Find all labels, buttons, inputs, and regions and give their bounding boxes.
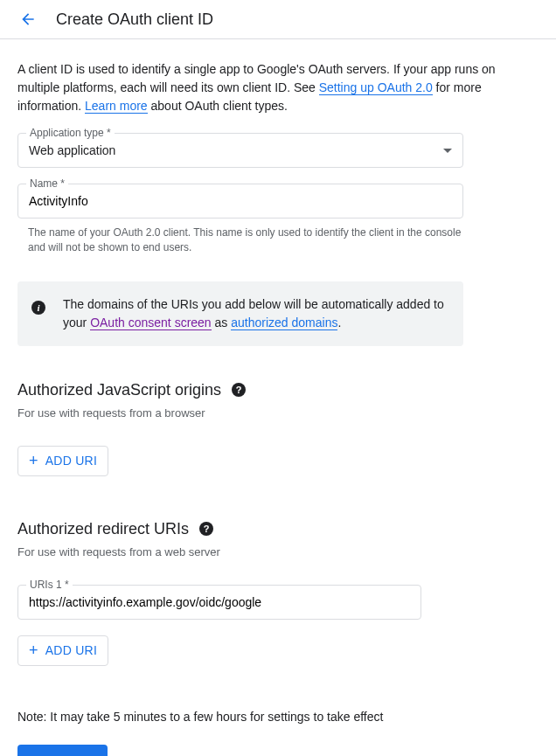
redirect-uris-title: Authorized redirect URIs <box>17 520 189 538</box>
add-uri-label: ADD URI <box>45 454 97 468</box>
setup-oauth-link[interactable]: Setting up OAuth 2.0 <box>319 80 433 95</box>
uri-1-input[interactable] <box>17 585 421 620</box>
oauth-consent-link[interactable]: OAuth consent screen <box>90 316 212 330</box>
js-origins-desc: For use with requests from a browser <box>17 406 539 420</box>
name-input[interactable] <box>17 184 463 218</box>
note-text: Note: It may take 5 minutes to a few hou… <box>17 710 539 724</box>
intro-paragraph: A client ID is used to identify a single… <box>17 60 539 115</box>
js-origins-section: Authorized JavaScript origins ? For use … <box>17 381 539 476</box>
info-text-3: . <box>337 316 341 329</box>
js-origins-header: Authorized JavaScript origins ? <box>17 381 539 399</box>
js-origins-title: Authorized JavaScript origins <box>17 381 221 399</box>
add-redirect-uri-button[interactable]: + ADD URI <box>17 635 108 666</box>
intro-text-3: about OAuth client types. <box>148 99 288 113</box>
back-arrow-icon[interactable] <box>17 9 38 30</box>
redirect-uris-section: Authorized redirect URIs ? For use with … <box>17 520 539 666</box>
info-text-2: as <box>212 316 232 329</box>
create-button[interactable]: CREATE <box>17 745 108 756</box>
help-icon[interactable]: ? <box>232 383 246 397</box>
plus-icon: + <box>29 452 38 470</box>
content-area: A client ID is used to identify a single… <box>0 39 556 756</box>
button-row: CREATE CANCEL <box>17 745 539 756</box>
page-title: Create OAuth client ID <box>56 10 213 29</box>
plus-icon: + <box>29 642 38 660</box>
uri-1-field: URIs 1 * <box>17 585 539 620</box>
application-type-value: Web application <box>29 143 115 157</box>
help-icon[interactable]: ? <box>199 522 213 536</box>
name-helper-text: The name of your OAuth 2.0 client. This … <box>17 225 463 255</box>
info-icon: i <box>31 301 45 315</box>
authorized-domains-link[interactable]: authorized domains <box>231 316 337 330</box>
page-header: Create OAuth client ID <box>0 0 556 39</box>
application-type-label: Application type * <box>26 127 115 139</box>
redirect-uris-desc: For use with requests from a web server <box>17 545 539 558</box>
learn-more-link[interactable]: Learn more <box>85 99 148 114</box>
add-js-origin-button[interactable]: + ADD URI <box>17 446 108 476</box>
info-text: The domains of the URIs you add below wi… <box>63 295 449 332</box>
add-uri-label: ADD URI <box>45 643 97 657</box>
name-field-container: Name * <box>17 184 539 218</box>
chevron-down-icon <box>443 149 452 153</box>
cancel-button[interactable]: CANCEL <box>122 745 202 756</box>
application-type-field: Application type * Web application <box>17 133 539 168</box>
uri-1-label: URIs 1 * <box>26 579 73 591</box>
redirect-uris-header: Authorized redirect URIs ? <box>17 520 539 538</box>
info-box: i The domains of the URIs you add below … <box>17 281 463 346</box>
name-label: Name * <box>26 177 68 190</box>
